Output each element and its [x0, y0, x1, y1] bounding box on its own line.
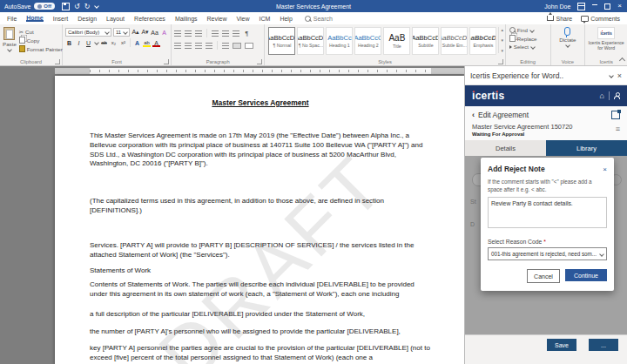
style-card-subtitle[interactable]: AaBbCcD Subtitle: [412, 27, 439, 55]
customize-qat-icon[interactable]: [95, 3, 100, 9]
clipboard-dialog-launcher[interactable]: [55, 59, 60, 64]
style-card-subtle-emphasis[interactable]: AaBbCcDd Subtle Em...: [441, 27, 468, 55]
underline-dropdown-icon[interactable]: [94, 40, 99, 45]
numbering-icon[interactable]: [185, 30, 192, 37]
dialog-close-icon[interactable]: ×: [603, 165, 607, 173]
align-left-icon[interactable]: [174, 43, 181, 49]
text-effects-button[interactable]: A: [133, 38, 141, 47]
user-name[interactable]: John Doe: [544, 3, 570, 10]
grow-font-button[interactable]: A▴: [131, 28, 139, 37]
save-button[interactable]: Save: [547, 339, 576, 351]
continue-button[interactable]: Continue: [565, 269, 607, 281]
font-color-button[interactable]: A: [152, 38, 160, 47]
style-card-normal[interactable]: AaBbCcDd ¶ Normal: [268, 27, 295, 55]
style-card-heading-1[interactable]: AaBbCc Heading 1: [326, 27, 353, 55]
line-spacing-icon[interactable]: [222, 43, 229, 49]
bold-button[interactable]: B: [65, 38, 73, 47]
align-center-icon[interactable]: [185, 43, 192, 49]
save-icon[interactable]: [62, 3, 70, 10]
replace-button[interactable]: Replace: [509, 35, 550, 42]
style-card-heading-2[interactable]: AaBbCcC Heading 2: [354, 27, 381, 55]
paragraph-dialog-launcher[interactable]: [257, 59, 262, 64]
user-profile-icon[interactable]: [614, 92, 620, 99]
agreement-menu-icon[interactable]: ≡: [616, 125, 620, 133]
paste-dropdown-icon[interactable]: [8, 47, 13, 52]
styles-gallery-scroll[interactable]: ▴ ▾ ▾: [498, 27, 503, 53]
align-right-icon[interactable]: [195, 43, 202, 49]
strikethrough-button[interactable]: ab: [100, 38, 108, 47]
tab-view[interactable]: View: [237, 16, 250, 22]
home-icon[interactable]: ⌂: [600, 91, 604, 100]
tab-insert[interactable]: Insert: [53, 16, 69, 22]
style-card-emphasis[interactable]: AaBbCcDd Emphasis: [469, 27, 496, 55]
font-dialog-launcher[interactable]: [164, 59, 169, 64]
popout-icon[interactable]: [611, 111, 620, 119]
styles-dialog-launcher[interactable]: [498, 59, 503, 64]
icertis-addin-button[interactable]: icertis Icertis Experience for Word: [585, 24, 627, 51]
cancel-button[interactable]: Cancel: [527, 269, 560, 283]
more-actions-button[interactable]: ...: [589, 339, 618, 351]
italic-button[interactable]: I: [75, 38, 83, 47]
tab-details[interactable]: Details: [465, 140, 546, 156]
tab-design[interactable]: Design: [78, 16, 97, 22]
multilevel-list-icon[interactable]: [195, 30, 202, 37]
shrink-font-button[interactable]: A▾: [141, 28, 149, 37]
select-button[interactable]: Select: [509, 44, 550, 50]
tab-help[interactable]: Help: [280, 16, 292, 22]
reason-code-select[interactable]: 001-this agreement is rejected, need som…: [488, 247, 607, 260]
tab-library[interactable]: Library: [546, 140, 627, 156]
horizontal-ruler[interactable]: [55, 68, 464, 74]
styles-scroll-up-icon[interactable]: ▴: [501, 27, 503, 32]
style-card-title[interactable]: AaB Title: [383, 27, 410, 55]
font-name-select[interactable]: Calibri (Body): [65, 28, 111, 37]
sort-icon[interactable]: [233, 30, 239, 37]
underline-button[interactable]: U: [84, 38, 92, 47]
tab-review[interactable]: Review: [207, 16, 227, 22]
clear-formatting-button[interactable]: A: [160, 28, 168, 37]
subscript-button[interactable]: x₂: [110, 38, 118, 47]
font-size-select[interactable]: 11: [113, 28, 130, 37]
styles-group-label: Styles: [265, 59, 504, 64]
tab-references[interactable]: References: [134, 16, 165, 22]
comments-button[interactable]: Comments: [581, 16, 620, 22]
decrease-indent-icon[interactable]: [212, 30, 219, 37]
format-painter-button[interactable]: Format Painter: [19, 45, 63, 52]
style-card-no-spacing[interactable]: AaBbCcDd ¶ No Spac...: [297, 27, 324, 55]
styles-scroll-down-icon[interactable]: ▾: [501, 37, 503, 43]
styles-more-icon[interactable]: ▾: [501, 48, 503, 53]
close-window-icon[interactable]: ×: [617, 3, 622, 10]
search-box[interactable]: Search: [305, 16, 333, 22]
highlight-button[interactable]: ab: [143, 38, 151, 47]
maximize-icon[interactable]: [604, 3, 610, 10]
paste-button[interactable]: Paste: [3, 27, 17, 51]
copy-button[interactable]: Copy: [19, 37, 63, 44]
back-icon[interactable]: ‹: [472, 111, 475, 118]
bullets-icon[interactable]: [174, 30, 181, 37]
task-pane-close-icon[interactable]: ×: [617, 71, 622, 80]
tab-home[interactable]: Home: [26, 15, 43, 22]
reject-note-input[interactable]: Review Party B contact details.: [488, 197, 607, 228]
minimize-icon[interactable]: [592, 4, 597, 6]
tab-layout[interactable]: Layout: [106, 16, 125, 22]
dictate-button[interactable]: Dictate: [551, 24, 585, 47]
find-button[interactable]: Find: [509, 27, 550, 33]
tab-mailings[interactable]: Mailings: [175, 16, 198, 22]
borders-icon[interactable]: [245, 43, 253, 49]
justify-icon[interactable]: [206, 43, 212, 49]
redo-icon[interactable]: ↻: [84, 3, 91, 10]
document-page[interactable]: DRAFT Master Services Agreement This Mas…: [55, 76, 464, 364]
superscript-button[interactable]: x²: [119, 38, 127, 47]
shading-icon[interactable]: [233, 43, 241, 49]
tab-file[interactable]: File: [7, 16, 17, 22]
undo-icon[interactable]: ↺: [74, 3, 80, 10]
tab-icm[interactable]: ICM: [260, 16, 271, 22]
autosave-toggle[interactable]: Off: [34, 3, 55, 10]
ribbon-display-options-icon[interactable]: [577, 3, 585, 10]
share-button[interactable]: Share: [547, 16, 572, 22]
increase-indent-icon[interactable]: [222, 30, 229, 37]
document-paragraph: (The capitalized terms used in this agre…: [90, 197, 431, 216]
change-case-button[interactable]: Aa: [151, 28, 158, 37]
task-pane-menu-icon[interactable]: [609, 73, 614, 78]
cut-button[interactable]: ✂ Cut: [19, 29, 63, 35]
show-formatting-marks-icon[interactable]: ¶: [243, 29, 251, 37]
